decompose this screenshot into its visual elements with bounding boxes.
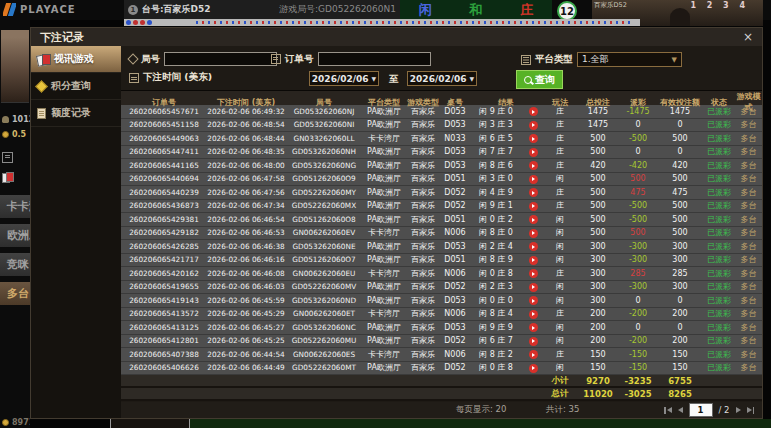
replay-play-icon[interactable] — [529, 121, 538, 130]
table-no: D052 — [441, 282, 469, 291]
table-row: 2602060654135722026-02-06 06:45:29GN0062… — [121, 308, 762, 322]
total-bet: 500 — [577, 228, 619, 237]
play-type: 庄 — [543, 268, 577, 279]
first-page-icon[interactable] — [664, 407, 672, 414]
status: 已派彩 — [703, 295, 735, 306]
date-to-value: 2026/02/06 — [410, 74, 467, 84]
prev-page-icon[interactable] — [678, 407, 683, 413]
player-tile[interactable]: 闲 — [419, 1, 432, 19]
total-bet: 200 — [577, 336, 619, 345]
status: 已派彩 — [703, 106, 735, 117]
table-row: 2602060654131252026-02-06 06:45:27GD0532… — [121, 321, 762, 335]
order-no: 260206065413572 — [121, 309, 207, 318]
subtotal-row: 小计 9270 -3235 6755 — [121, 375, 762, 388]
table-row: 2602060654217172026-02-06 06:46:16GD0512… — [121, 254, 762, 268]
order-no: 260206065429381 — [121, 215, 207, 224]
platform: 卡卡湾厅 — [363, 308, 405, 319]
round-no: GD051262060O9 — [285, 174, 363, 183]
result: 闲 3 庄 3 — [469, 119, 523, 130]
sidebar-item-points-query[interactable]: 积分查询 — [31, 73, 121, 100]
bet-time: 2026-02-06 06:45:59 — [207, 296, 285, 305]
valid-bet: 500 — [657, 174, 703, 183]
replay-play-icon[interactable] — [529, 256, 538, 265]
edit-row[interactable] — [2, 152, 13, 163]
result: 闲 7 庄 7 — [469, 146, 523, 157]
platform: PA欧洲厅 — [363, 214, 405, 225]
sidebar-item-video-games[interactable]: 视讯游戏 — [31, 46, 121, 73]
game-type: 百家乐 — [405, 187, 441, 198]
date-to-picker[interactable]: 2026/02/06 ▼ — [407, 71, 477, 86]
replay-play-icon[interactable] — [529, 175, 538, 184]
tag-icon — [127, 53, 138, 64]
order-no: 260206065426285 — [121, 242, 207, 251]
replay-play-icon[interactable] — [529, 350, 538, 359]
video-replay-cell — [523, 201, 543, 211]
platform: PA欧洲厅 — [363, 362, 405, 373]
hall-tab-kakawan[interactable]: 卡卡湾 — [0, 195, 30, 218]
result: 闲 2 庄 3 — [469, 281, 523, 292]
payout: -500 — [619, 201, 657, 210]
play-type: 闲 — [543, 281, 577, 292]
bet-time-label: 下注时间 (美东) — [143, 71, 212, 84]
play-type: 庄 — [543, 106, 577, 117]
round-no: GD053262060ND — [285, 296, 363, 305]
page-input[interactable]: 1 — [689, 403, 713, 417]
cards-icon — [37, 53, 49, 65]
banker-tile[interactable]: 庄 — [520, 1, 533, 19]
video-replay-cell — [523, 323, 543, 333]
game-mode: 多台 — [735, 160, 762, 171]
close-icon[interactable]: × — [743, 31, 753, 43]
next-page-icon[interactable] — [736, 407, 741, 413]
replay-play-icon[interactable] — [529, 323, 538, 332]
replay-play-icon[interactable] — [529, 161, 538, 170]
tie-tile[interactable]: 和 — [469, 1, 482, 19]
replay-play-icon[interactable] — [529, 202, 538, 211]
total-bet: 500 — [577, 134, 619, 143]
replay-play-icon[interactable] — [529, 229, 538, 238]
date-from-picker[interactable]: 2026/02/06 ▼ — [309, 71, 379, 86]
per-page-label: 每页显示: 20 — [456, 402, 506, 418]
video-replay-cell — [523, 336, 543, 346]
replay-play-icon[interactable] — [529, 215, 538, 224]
sidebar-item-credit-records[interactable]: 额度记录 — [31, 100, 121, 127]
search-button[interactable]: 查询 — [516, 70, 563, 89]
replay-play-icon[interactable] — [529, 188, 538, 197]
total-bet: 300 — [577, 269, 619, 278]
replay-play-icon[interactable] — [529, 364, 538, 373]
order-input[interactable] — [318, 52, 431, 66]
replay-play-icon[interactable] — [529, 337, 538, 346]
avatar[interactable] — [1, 30, 29, 103]
replay-play-icon[interactable] — [529, 269, 538, 278]
game-mode: 多台 — [735, 295, 762, 306]
order-no: 260206065413125 — [121, 323, 207, 332]
replay-play-icon[interactable] — [529, 242, 538, 251]
payout: -300 — [619, 282, 657, 291]
page-separator: / — [719, 405, 722, 415]
hall-tab-europe[interactable]: 欧洲厅 — [0, 224, 30, 247]
replay-play-icon[interactable] — [529, 283, 538, 292]
play-type: 闲 — [543, 254, 577, 265]
last-page-icon[interactable] — [747, 407, 755, 414]
search-group: 查询 — [516, 70, 563, 89]
status: 已派彩 — [703, 133, 735, 144]
platform: 卡卡湾厅 — [363, 133, 405, 144]
payout: 0 — [619, 296, 657, 305]
hall-tab-jingmi[interactable]: 竞咪 — [0, 253, 30, 276]
cards-row[interactable] — [2, 172, 12, 181]
replay-play-icon[interactable] — [529, 310, 538, 319]
platform-select[interactable]: 1.全部 ▼ — [577, 52, 682, 67]
table-no: D052 — [441, 188, 469, 197]
table-row: 2602060654402392026-02-06 06:47:56GD0522… — [121, 186, 762, 200]
payout: 0 — [619, 147, 657, 156]
video-replay-cell — [523, 309, 543, 319]
replay-play-icon[interactable] — [529, 134, 538, 143]
table-row: 2602060654490632026-02-06 06:48:44GN0332… — [121, 132, 762, 146]
hall-tab-multi[interactable]: 多台 — [0, 282, 30, 305]
round-input[interactable] — [164, 52, 277, 66]
replay-play-icon[interactable] — [529, 148, 538, 157]
replay-play-icon[interactable] — [529, 296, 538, 305]
game-mode: 多台 — [735, 200, 762, 211]
replay-play-icon[interactable] — [529, 107, 538, 116]
table-row: 2602060654406942026-02-06 06:47:58GD0512… — [121, 173, 762, 187]
bet-time: 2026-02-06 06:46:53 — [207, 228, 285, 237]
